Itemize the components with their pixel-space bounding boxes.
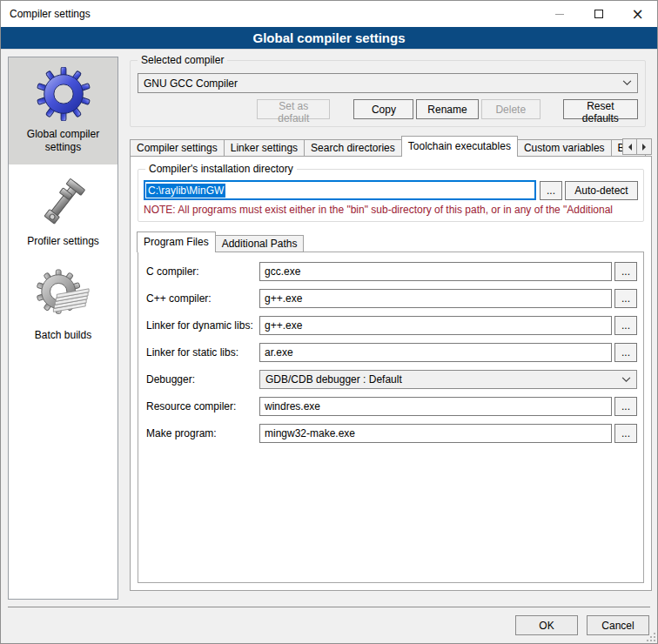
selected-compiler-group-label: Selected compiler (138, 54, 227, 66)
sidebar-item-global-compiler-settings[interactable]: Global compiler settings (9, 57, 118, 164)
installation-directory-row: C:\raylib\MinGW ... Auto-detect (144, 180, 638, 200)
cpp-compiler-browse-button[interactable]: ... (614, 289, 637, 308)
make-program-browse-button[interactable]: ... (614, 424, 637, 443)
resource-compiler-input[interactable] (259, 397, 612, 416)
cpp-compiler-input[interactable] (259, 289, 612, 308)
ok-button[interactable]: OK (515, 615, 578, 635)
set-as-default-button[interactable]: Set as default (257, 99, 330, 119)
debugger-label: Debugger: (146, 373, 259, 386)
close-button[interactable]: × (618, 1, 657, 27)
cpp-compiler-row: C++ compiler: ... (146, 289, 637, 308)
c-compiler-row: C compiler: ... (146, 262, 637, 281)
compiler-actions: Set as default Copy Rename Delete Reset … (138, 99, 638, 119)
toolchain-executables-page: Compiler's installation directory C:\ray… (130, 156, 652, 591)
installation-directory-selected-text: C:\raylib\MinGW (146, 184, 225, 198)
dynamic-linker-browse-button[interactable]: ... (614, 316, 637, 335)
make-program-input[interactable] (259, 424, 612, 443)
bin-subdirectory-note: NOTE: All programs must exist either in … (144, 204, 638, 216)
tab-linker-settings[interactable]: Linker settings (225, 139, 305, 157)
installation-directory-group-label: Compiler's installation directory (145, 163, 297, 175)
tab-additional-paths[interactable]: Additional Paths (216, 235, 305, 252)
compiler-select-value: GNU GCC Compiler (144, 77, 622, 90)
program-files-page: C compiler: ... C++ compiler: ... Linker… (138, 252, 644, 583)
selected-compiler-group: Selected compiler GNU GCC Compiler Set a… (130, 60, 646, 127)
maximize-button[interactable] (579, 1, 618, 27)
gray-gear-stack-icon (36, 267, 91, 323)
tab-program-files[interactable]: Program Files (137, 231, 216, 252)
close-icon: × (631, 7, 643, 22)
sidebar-item-profiler-settings[interactable]: Profiler settings (9, 164, 118, 258)
dynamic-linker-label: Linker for dynamic libs: (146, 319, 259, 332)
resize-grip[interactable] (647, 633, 655, 641)
installation-directory-input[interactable]: C:\raylib\MinGW (144, 180, 536, 200)
debugger-select-value: GDB/CDB debugger : Default (265, 373, 621, 386)
dynamic-linker-input[interactable] (259, 316, 612, 335)
sidebar-item-label: Profiler settings (27, 235, 99, 248)
installation-directory-group: Compiler's installation directory C:\ray… (138, 169, 644, 222)
compiler-select[interactable]: GNU GCC Compiler (138, 73, 638, 93)
sidebar-item-label: Global compiler settings (12, 128, 114, 154)
c-compiler-browse-button[interactable]: ... (614, 262, 637, 281)
sidebar-item-label: Batch builds (35, 329, 91, 342)
debugger-select[interactable]: GDB/CDB debugger : Default (259, 370, 637, 389)
window-title: Compiler settings (1, 8, 540, 20)
maximize-icon (594, 10, 603, 18)
minimize-button[interactable] (540, 1, 579, 27)
sidebar-item-batch-builds[interactable]: Batch builds (9, 258, 118, 352)
page-title: Global compiler settings (1, 27, 657, 50)
resource-compiler-label: Resource compiler: (146, 400, 259, 413)
dynamic-linker-row: Linker for dynamic libs: ... (146, 316, 637, 335)
tab-scroll-right-button[interactable] (637, 138, 652, 155)
minimize-icon (555, 14, 564, 15)
dialog-buttons: OK Cancel (515, 615, 649, 635)
tab-search-directories[interactable]: Search directories (305, 139, 402, 157)
settings-tabstrip: Compiler settings Linker settings Search… (130, 138, 652, 157)
resource-compiler-browse-button[interactable]: ... (614, 397, 637, 416)
cancel-button[interactable]: Cancel (587, 615, 649, 635)
caliper-icon (36, 173, 91, 229)
tab-scroll-left-button[interactable] (622, 138, 637, 155)
resource-compiler-row: Resource compiler: ... (146, 397, 637, 416)
settings-category-list: Global compiler settings (8, 57, 118, 600)
tab-custom-variables[interactable]: Custom variables (518, 139, 612, 157)
delete-button[interactable]: Delete (481, 99, 540, 119)
reset-defaults-button[interactable]: Reset defaults (563, 99, 638, 119)
static-linker-input[interactable] (259, 343, 612, 362)
main-panel: Selected compiler GNU GCC Compiler Set a… (123, 57, 652, 600)
make-program-label: Make program: (146, 427, 259, 439)
program-files-tabstrip: Program Files Additional Paths (138, 232, 645, 252)
installation-directory-browse-button[interactable]: ... (540, 181, 562, 200)
c-compiler-label: C compiler: (146, 265, 259, 278)
dialog-content: Global compiler settings (1, 50, 657, 643)
arrow-left-icon (625, 144, 632, 151)
auto-detect-button[interactable]: Auto-detect (565, 181, 638, 200)
blue-gear-icon (36, 66, 91, 122)
footer-divider (8, 607, 650, 607)
copy-button[interactable]: Copy (353, 99, 413, 119)
debugger-row: Debugger: GDB/CDB debugger : Default (146, 370, 637, 389)
chevron-down-icon (622, 80, 632, 86)
c-compiler-input[interactable] (259, 262, 612, 281)
tab-toolchain-executables[interactable]: Toolchain executables (401, 136, 518, 157)
compiler-settings-dialog: Compiler settings × Global compiler sett… (0, 0, 658, 644)
tab-scroll-arrows (622, 138, 652, 155)
tab-compiler-settings[interactable]: Compiler settings (130, 139, 225, 157)
static-linker-row: Linker for static libs: ... (146, 343, 637, 362)
make-program-row: Make program: ... (146, 424, 637, 443)
static-linker-label: Linker for static libs: (146, 346, 259, 359)
arrow-right-icon (642, 144, 649, 151)
cpp-compiler-label: C++ compiler: (146, 292, 259, 305)
titlebar: Compiler settings × (1, 1, 657, 27)
static-linker-browse-button[interactable]: ... (614, 343, 637, 362)
chevron-down-icon (621, 377, 631, 383)
rename-button[interactable]: Rename (416, 99, 478, 119)
